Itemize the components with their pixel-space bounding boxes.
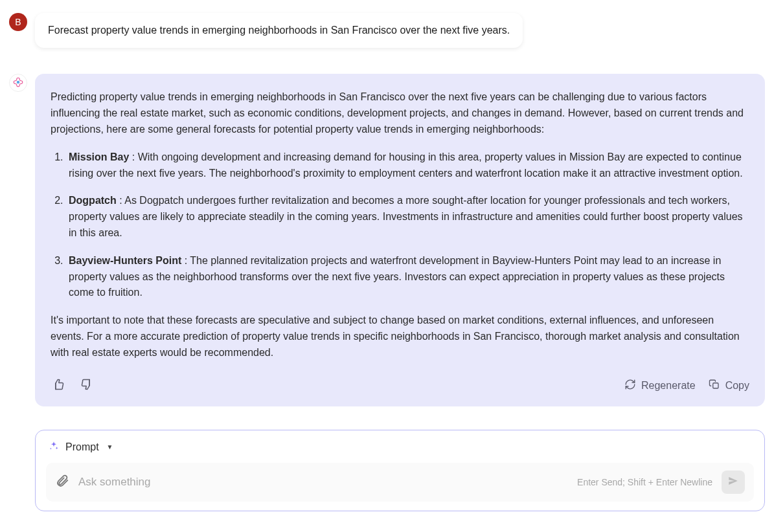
svg-point-0 (17, 81, 20, 84)
neighborhood-text: : As Dogpatch undergoes further revitali… (69, 195, 743, 238)
list-item: Bayview-Hunters Point : The planned revi… (66, 253, 749, 301)
neighborhood-name: Bayview-Hunters Point (69, 255, 181, 266)
copy-button[interactable]: Copy (709, 379, 749, 393)
assistant-message-row: Predicting property value trends in emer… (9, 74, 765, 406)
user-avatar-letter: B (15, 17, 21, 27)
user-avatar: B (9, 13, 27, 31)
svg-rect-1 (712, 382, 718, 388)
prompt-label: Prompt (65, 441, 99, 453)
user-message-row: B Forecast property value trends in emer… (9, 13, 765, 48)
paperclip-icon (55, 474, 69, 490)
regenerate-label: Regenerate (641, 380, 696, 392)
thumbs-up-icon (52, 378, 65, 393)
assistant-message-bubble: Predicting property value trends in emer… (35, 74, 765, 406)
response-actions: Regenerate Copy (51, 377, 749, 395)
neighborhood-list: Mission Bay : With ongoing development a… (51, 150, 749, 301)
neighborhood-name: Dogpatch (69, 195, 117, 206)
neighborhood-text: : With ongoing development and increasin… (69, 151, 743, 179)
message-input[interactable] (78, 476, 568, 489)
thumbs-down-button[interactable] (79, 377, 95, 395)
attach-button[interactable] (55, 474, 69, 490)
user-message-text: Forecast property value trends in emergi… (48, 25, 510, 36)
assistant-logo-icon (12, 76, 24, 90)
thumbs-down-icon (80, 378, 93, 393)
neighborhood-name: Mission Bay (69, 151, 129, 162)
input-panel: Prompt ▼ Enter Send; Shift + Enter Newli… (35, 430, 765, 511)
regenerate-icon (624, 379, 636, 393)
send-button[interactable] (722, 471, 745, 494)
thumbs-up-button[interactable] (51, 377, 66, 395)
sparkle-icon (49, 441, 59, 454)
user-message-bubble: Forecast property value trends in emergi… (35, 13, 523, 48)
assistant-intro: Predicting property value trends in emer… (51, 89, 749, 137)
prompt-selector[interactable]: Prompt ▼ (46, 439, 754, 463)
copy-label: Copy (725, 380, 749, 392)
send-icon (727, 475, 739, 489)
assistant-outro: It's important to note that these foreca… (51, 313, 749, 360)
input-row: Enter Send; Shift + Enter Newline (46, 463, 754, 502)
copy-icon (709, 379, 720, 393)
regenerate-button[interactable]: Regenerate (624, 379, 696, 393)
input-hint: Enter Send; Shift + Enter Newline (577, 477, 712, 487)
list-item: Dogpatch : As Dogpatch undergoes further… (66, 193, 749, 241)
assistant-avatar (9, 74, 27, 92)
chevron-down-icon: ▼ (107, 443, 113, 450)
list-item: Mission Bay : With ongoing development a… (66, 150, 749, 182)
